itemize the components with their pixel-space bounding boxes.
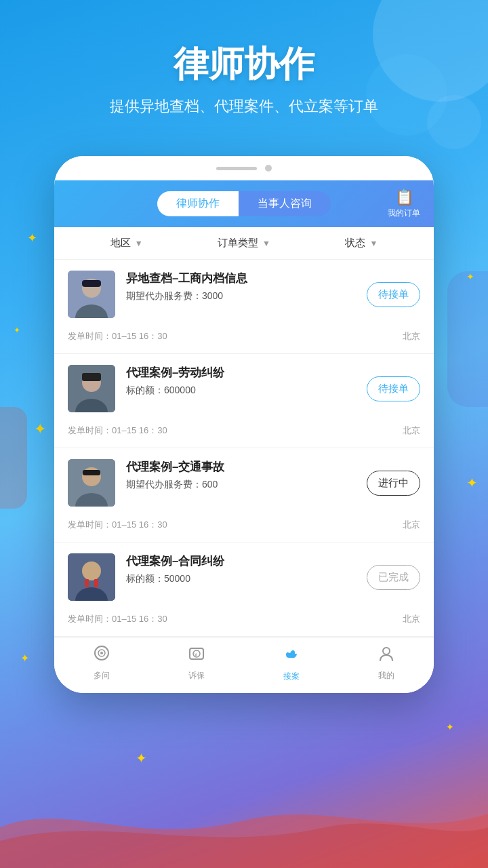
case-title-2: 代理案例–劳动纠纷 (126, 365, 356, 380)
app-content: 律师协作 当事人咨询 📋 我的订单 地区 ▼ 订单类型 ▼ 状态 ▼ (54, 180, 434, 693)
sparkle-icon-3: ✦ (34, 420, 46, 438)
header-area: 律师协作 提供异地查档、代理案件、代立案等订单 (0, 0, 488, 137)
avatar (68, 553, 115, 601)
mine-label: 我的 (378, 670, 394, 682)
mine-icon (378, 645, 395, 667)
sidebar-item-accept[interactable]: 接案 (244, 644, 339, 682)
case-item-top-3: 代理案例–交通事故 期望代办服务费：600 进行中 (68, 459, 420, 507)
filter-region[interactable]: 地区 ▼ (68, 237, 185, 250)
app-tabs: 律师协作 当事人咨询 📋 我的订单 (68, 191, 420, 227)
bottom-wave (0, 787, 488, 868)
my-orders-button[interactable]: 📋 我的订单 (388, 189, 420, 219)
sparkle-icon-2: ✦ (14, 326, 20, 335)
filter-status[interactable]: 状态 ▼ (303, 237, 420, 250)
table-row[interactable]: 代理案例–交通事故 期望代办服务费：600 进行中 发单时间：01–15 16：… (54, 448, 434, 542)
phone-mockup: 律师协作 当事人咨询 📋 我的订单 地区 ▼ 订单类型 ▼ 状态 ▼ (54, 156, 434, 693)
accept-icon (282, 644, 301, 668)
case-location-4: 北京 (403, 613, 420, 625)
my-orders-label: 我的订单 (388, 208, 420, 219)
filter-status-arrow: ▼ (369, 239, 378, 248)
bottom-nav: 多问 ¥ 诉保 接案 (54, 637, 434, 693)
tab-party-consult[interactable]: 当事人咨询 (239, 191, 331, 216)
case-list: 异地查档–工商内档信息 期望代办服务费：3000 待接单 发单时间：01–15 … (54, 260, 434, 637)
case-item-bottom-2: 发单时间：01–15 16：30 北京 (68, 419, 420, 437)
filter-order-type[interactable]: 订单类型 ▼ (185, 237, 302, 250)
status-badge-2[interactable]: 待接单 (367, 376, 420, 401)
orders-icon: 📋 (395, 189, 413, 206)
side-decoration-left (0, 407, 27, 509)
case-info-3: 代理案例–交通事故 期望代办服务费：600 (126, 459, 356, 491)
case-item-bottom-3: 发单时间：01–15 16：30 北京 (68, 513, 420, 531)
svg-rect-15 (85, 579, 89, 587)
case-title-4: 代理案例–合同纠纷 (126, 553, 356, 569)
sidebar-item-mine[interactable]: 我的 (339, 645, 434, 682)
svg-point-23 (383, 648, 390, 654)
table-row[interactable]: 代理案例–合同纠纷 标的额：50000 已完成 发单时间：01–15 16：30… (54, 542, 434, 637)
filter-order-type-label: 订单类型 (218, 237, 258, 250)
svg-rect-3 (82, 280, 101, 287)
case-detail-3: 期望代办服务费：600 (126, 479, 356, 491)
sparkle-icon-7: ✦ (446, 722, 454, 732)
status-badge-3[interactable]: 进行中 (367, 471, 420, 496)
tab-lawyer-collab[interactable]: 律师协作 (157, 191, 239, 216)
case-item-bottom-1: 发单时间：01–15 16：30 北京 (68, 325, 420, 342)
sparkle-icon-4: ✦ (466, 271, 474, 282)
ask-label: 多问 (94, 670, 110, 682)
side-decoration-right (447, 271, 488, 407)
svg-point-13 (82, 561, 101, 580)
sparkle-icon-5: ✦ (466, 475, 478, 491)
case-title-1: 异地查档–工商内档信息 (126, 271, 356, 286)
case-info-2: 代理案例–劳动纠纷 标的额：600000 (126, 365, 356, 397)
case-title-3: 代理案例–交通事故 (126, 459, 356, 475)
case-item-top-4: 代理案例–合同纠纷 标的额：50000 已完成 (68, 553, 420, 601)
avatar (68, 459, 115, 507)
accept-label: 接案 (283, 671, 300, 682)
sparkle-icon-8: ✦ (136, 750, 147, 766)
case-location-3: 北京 (403, 519, 420, 531)
sparkle-icon-6: ✦ (20, 652, 29, 665)
case-item-bottom-4: 发单时间：01–15 16：30 北京 (68, 608, 420, 625)
case-item-top-1: 异地查档–工商内档信息 期望代办服务费：3000 待接单 (68, 271, 420, 318)
case-detail-4: 标的额：50000 (126, 573, 356, 585)
svg-rect-11 (83, 470, 100, 475)
case-info-4: 代理案例–合同纠纷 标的额：50000 (126, 553, 356, 585)
case-time-3: 发单时间：01–15 16：30 (68, 519, 167, 531)
avatar (68, 365, 115, 412)
table-row[interactable]: 代理案例–劳动纠纷 标的额：600000 待接单 发单时间：01–15 16：3… (54, 354, 434, 448)
phone-top-bar (54, 156, 434, 180)
svg-rect-16 (94, 579, 98, 587)
case-time-4: 发单时间：01–15 16：30 (68, 613, 167, 625)
app-header: 律师协作 当事人咨询 📋 我的订单 (54, 180, 434, 227)
ask-icon (93, 645, 110, 667)
phone-bar-line (216, 167, 257, 170)
sparkle-icon-1: ✦ (27, 231, 37, 245)
phone-camera-dot (265, 165, 272, 172)
case-time-2: 发单时间：01–15 16：30 (68, 425, 167, 437)
filter-order-type-arrow: ▼ (262, 239, 270, 248)
filter-region-label: 地区 (110, 237, 131, 250)
case-detail-2: 标的额：600000 (126, 384, 356, 397)
case-item-top-2: 代理案例–劳动纠纷 标的额：600000 待接单 (68, 365, 420, 412)
case-info-1: 异地查档–工商内档信息 期望代办服务费：3000 (126, 271, 356, 302)
page-title: 律师协作 (14, 41, 474, 88)
insurance-icon: ¥ (188, 645, 205, 667)
filter-region-arrow: ▼ (135, 239, 143, 248)
sidebar-item-insurance[interactable]: ¥ 诉保 (149, 645, 244, 682)
status-badge-1[interactable]: 待接单 (367, 282, 420, 307)
case-detail-1: 期望代办服务费：3000 (126, 290, 356, 302)
svg-text:¥: ¥ (195, 652, 197, 657)
status-badge-4[interactable]: 已完成 (367, 565, 420, 590)
case-time-1: 发单时间：01–15 16：30 (68, 330, 167, 342)
filter-row: 地区 ▼ 订单类型 ▼ 状态 ▼ (54, 227, 434, 260)
case-location-1: 北京 (403, 330, 420, 342)
filter-status-label: 状态 (345, 237, 365, 250)
avatar (68, 271, 115, 318)
svg-rect-7 (82, 373, 101, 381)
sidebar-item-ask[interactable]: 多问 (54, 645, 149, 682)
table-row[interactable]: 异地查档–工商内档信息 期望代办服务费：3000 待接单 发单时间：01–15 … (54, 260, 434, 354)
insurance-label: 诉保 (188, 670, 205, 682)
svg-point-19 (100, 652, 103, 654)
page-subtitle: 提供异地查档、代理案件、代立案等订单 (14, 96, 474, 117)
case-location-2: 北京 (403, 425, 420, 437)
